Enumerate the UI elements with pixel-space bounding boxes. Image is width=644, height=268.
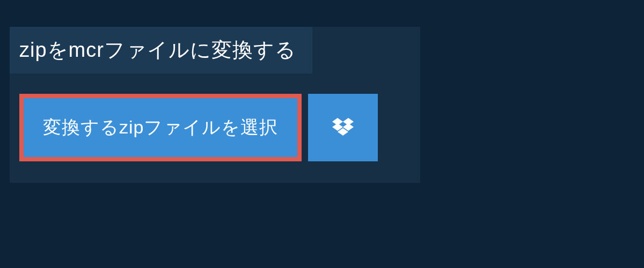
title-bar: zipをmcrファイルに変換する	[10, 27, 312, 73]
converter-panel: zipをmcrファイルに変換する 変換するzipファイルを選択	[10, 27, 420, 183]
dropbox-button[interactable]	[308, 94, 378, 161]
select-file-button[interactable]: 変換するzipファイルを選択	[19, 94, 302, 161]
button-row: 変換するzipファイルを選択	[19, 94, 420, 161]
dropbox-icon	[332, 118, 354, 137]
page-title: zipをmcrファイルに変換する	[19, 39, 296, 61]
